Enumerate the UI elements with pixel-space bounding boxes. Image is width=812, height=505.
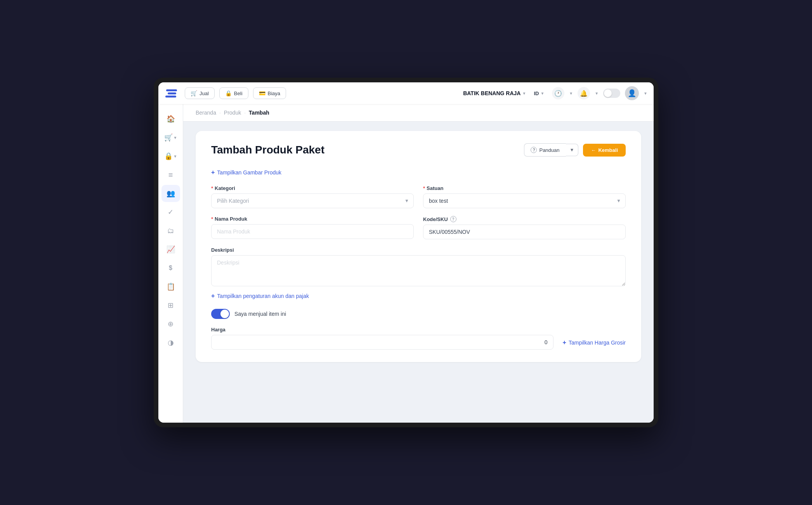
bell-chevron-icon: ▼	[595, 91, 599, 96]
add-image-button[interactable]: + Tampilkan Gambar Produk	[211, 169, 626, 176]
report-icon: 📋	[167, 282, 175, 291]
satuan-group: * Satuan box test ▼	[423, 185, 626, 208]
nama-produk-label: * Nama Produk	[211, 216, 414, 222]
breadcrumb-sep-1: ·	[219, 110, 221, 116]
breadcrumb-produk[interactable]: Produk	[224, 110, 241, 116]
account-tax-button[interactable]: + Tampilkan pengaturan akun dan pajak	[211, 293, 626, 300]
satuan-select[interactable]: box test	[423, 193, 626, 208]
bell-icon: 🔔	[580, 90, 588, 97]
top-navigation: 🛒 Jual 🔒 Beli 💳 Biaya BATIK BENANG RAJA …	[158, 82, 654, 104]
sidebar-item-grid[interactable]: ⊞	[161, 297, 180, 314]
deskripsi-label: Deskripsi	[211, 247, 626, 253]
jual-icon: 🛒	[191, 90, 197, 96]
satuan-select-wrapper: box test ▼	[423, 193, 626, 208]
harga-input-wrapper	[211, 335, 553, 350]
sidebar-item-check[interactable]: ✓	[161, 204, 180, 221]
home-icon: 🏠	[167, 115, 175, 123]
jual-toggle-label: Saya menjual item ini	[234, 311, 286, 317]
brand-name: BATIK BENANG RAJA	[463, 90, 521, 96]
sidebar-item-report[interactable]: 📋	[161, 278, 180, 295]
kode-sku-help-icon[interactable]: ?	[450, 216, 456, 222]
nama-produk-group: * Nama Produk	[211, 216, 414, 239]
lang-label: ID	[534, 91, 539, 96]
kode-sku-label: Kode/SKU ?	[423, 216, 626, 222]
form-header-actions: ? Panduan ▼ ← Kembali	[524, 143, 626, 157]
sidebar-item-contacts[interactable]: 👥	[161, 185, 180, 202]
sidebar-item-chart[interactable]: 📈	[161, 241, 180, 258]
content-area: Beranda · Produk · Tambah Tambah Produk …	[183, 104, 654, 423]
clock-button[interactable]: 🕐	[552, 87, 564, 99]
kategori-select-wrapper: Pilih Kategori ▼	[211, 193, 414, 208]
beli-label: Beli	[234, 91, 243, 96]
sidebar-item-add[interactable]: ⊕	[161, 315, 180, 333]
sidebar-item-menu[interactable]: ≡	[161, 166, 180, 183]
breadcrumb-beranda[interactable]: Beranda	[196, 110, 216, 116]
add-image-plus-icon: +	[211, 169, 215, 176]
kategori-label-text: Kategori	[215, 185, 235, 191]
lock-icon: 🔒	[164, 152, 173, 160]
kode-sku-group: Kode/SKU ?	[423, 216, 626, 239]
kembali-button[interactable]: ← Kembali	[583, 144, 626, 157]
biaya-button[interactable]: 💳 Biaya	[253, 87, 286, 99]
theme-toggle[interactable]	[603, 89, 620, 98]
harga-input[interactable]	[211, 335, 553, 350]
panduan-chevron-button[interactable]: ▼	[566, 144, 579, 156]
harga-label: Harga	[211, 327, 553, 333]
app-logo[interactable]	[165, 89, 177, 98]
beli-button[interactable]: 🔒 Beli	[219, 87, 248, 99]
jual-label: Jual	[200, 91, 209, 96]
sidebar-item-sync[interactable]: ◑	[161, 334, 180, 351]
jual-toggle-row: Saya menjual item ini	[211, 309, 626, 319]
kategori-group: * Kategori Pilih Kategori ▼	[211, 185, 414, 208]
archive-icon: 🗂	[167, 227, 174, 235]
satuan-label: * Satuan	[423, 185, 626, 191]
sync-icon: ◑	[168, 338, 174, 347]
add-icon: ⊕	[168, 320, 174, 328]
jual-toggle-switch[interactable]	[211, 309, 230, 319]
harga-row: Harga + Tampilkan Harga Grosir	[211, 327, 626, 350]
clock-icon: 🕐	[554, 90, 562, 97]
biaya-icon: 💳	[259, 90, 265, 96]
sidebar-item-lock[interactable]: 🔒 ▼	[161, 148, 180, 165]
sidebar-item-home[interactable]: 🏠	[161, 110, 180, 127]
panduan-button[interactable]: ? Panduan	[524, 143, 566, 157]
jual-button[interactable]: 🛒 Jual	[185, 87, 215, 99]
jual-toggle-knob	[220, 310, 229, 318]
user-avatar[interactable]: 👤	[625, 86, 639, 100]
harga-grosir-button[interactable]: + Tampilkan Harga Grosir	[563, 327, 626, 346]
contacts-icon: 👥	[167, 189, 175, 198]
brand-chevron-icon: ▼	[522, 91, 526, 96]
beli-icon: 🔒	[225, 90, 232, 96]
kode-sku-label-text: Kode/SKU	[423, 216, 448, 222]
nama-produk-label-text: Nama Produk	[215, 216, 247, 222]
sidebar-item-archive[interactable]: 🗂	[161, 222, 180, 239]
form-title: Tambah Produk Paket	[211, 144, 324, 156]
avatar-chevron-icon: ▼	[644, 91, 647, 96]
kembali-label: Kembali	[598, 147, 618, 153]
nama-sku-row: * Nama Produk Kode/SKU ?	[211, 216, 626, 239]
kategori-select[interactable]: Pilih Kategori	[211, 193, 414, 208]
notification-button[interactable]: 🔔	[578, 87, 590, 99]
sidebar-item-shop[interactable]: 🛒 ▼	[161, 129, 180, 146]
brand-selector[interactable]: BATIK BENANG RAJA ▼	[463, 90, 526, 96]
account-tax-plus-icon: +	[211, 293, 215, 300]
finance-icon: $	[169, 265, 172, 272]
grid-icon: ⊞	[168, 301, 174, 310]
breadcrumb: Beranda · Produk · Tambah	[183, 104, 654, 122]
harga-group: Harga	[211, 327, 553, 350]
biaya-label: Biaya	[268, 91, 281, 96]
breadcrumb-sep-2: ·	[244, 110, 246, 116]
kategori-required-star: *	[211, 185, 213, 191]
language-selector[interactable]: ID ▼	[531, 91, 547, 96]
panduan-label: Panduan	[539, 147, 559, 153]
nama-produk-input[interactable]	[211, 224, 414, 239]
menu-icon: ≡	[168, 171, 173, 179]
kode-sku-input[interactable]	[423, 225, 626, 239]
kategori-label: * Kategori	[211, 185, 414, 191]
lang-chevron-icon: ▼	[540, 91, 544, 96]
deskripsi-textarea[interactable]	[211, 255, 626, 286]
sidebar-item-finance[interactable]: $	[161, 259, 180, 277]
kategori-satuan-row: * Kategori Pilih Kategori ▼	[211, 185, 626, 208]
account-tax-label: Tampilkan pengaturan akun dan pajak	[217, 293, 309, 299]
harga-grosir-label: Tampilkan Harga Grosir	[569, 340, 626, 346]
